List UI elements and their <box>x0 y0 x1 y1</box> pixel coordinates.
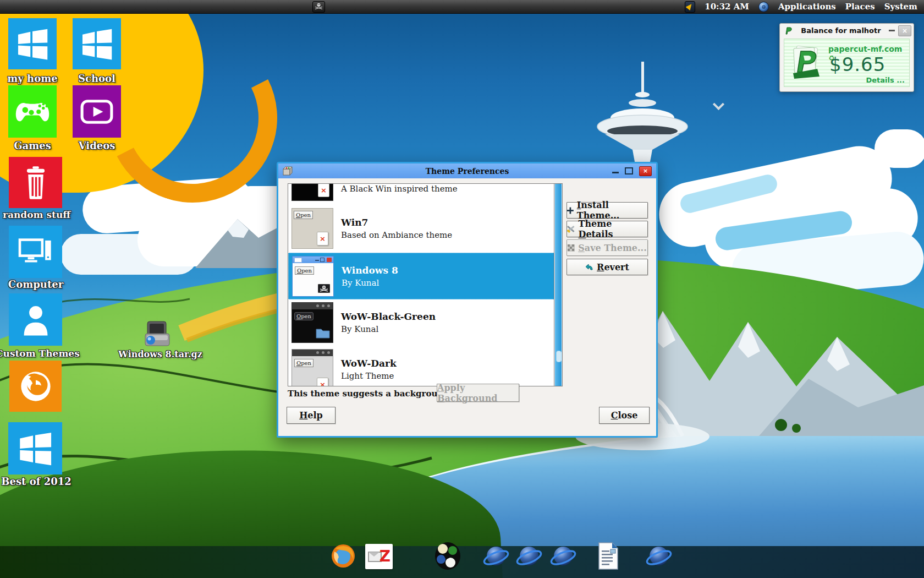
balance-widget-body: papercut-mf.com ♻ $9.65 Details ... <box>784 39 910 87</box>
theme-details-button[interactable]: Theme Details <box>566 221 648 237</box>
revert-button[interactable]: Revert <box>566 259 648 275</box>
suggest-background-text: This theme suggests a background: <box>288 389 452 399</box>
menu-applications[interactable]: Applications <box>778 2 836 12</box>
tile-label-my-home: my home <box>0 73 65 84</box>
theme-title: Windows 8 <box>342 265 398 276</box>
help-button[interactable]: Help <box>287 407 336 424</box>
close-button[interactable]: Close <box>599 407 650 424</box>
theme-list: × A Black Win inspired theme Open × <box>288 183 563 386</box>
list-item[interactable]: Open WoW-Black-Green By Kunal <box>288 299 554 346</box>
tile-label-random-stuff: random stuff <box>3 209 69 220</box>
install-theme-button[interactable]: Install Theme... <box>566 202 648 219</box>
tasklist-pirate-icon[interactable] <box>312 1 325 13</box>
apply-background-button[interactable]: Apply Background <box>437 384 519 402</box>
tile-videos[interactable] <box>73 85 121 138</box>
theme-title: WoW-Black-Green <box>341 311 436 322</box>
top-panel: 10:32 AM Applications Places System <box>0 0 924 14</box>
dock-swirl-app-icon[interactable] <box>434 542 461 572</box>
cloud-shape <box>61 234 198 275</box>
list-item[interactable]: × A Black Win inspired theme <box>288 184 554 204</box>
details-link[interactable]: Details ... <box>866 76 905 84</box>
archive-file-icon[interactable] <box>142 319 175 351</box>
revert-arrow-icon <box>585 264 593 271</box>
dialog-title: Theme Preferences <box>278 167 656 176</box>
dialog-body: × A Black Win inspired theme Open × <box>278 178 656 436</box>
windows-logo-icon <box>80 27 114 61</box>
theme-subtitle: Light Theme <box>341 371 397 381</box>
windows-logo-icon <box>15 27 50 61</box>
firefox-icon <box>16 367 56 406</box>
balance-widget-title: Balance for malhotr <box>793 26 889 35</box>
balance-widget-titlebar[interactable]: Balance for malhotr × <box>780 24 914 37</box>
tools-icon <box>567 225 575 233</box>
trash-icon <box>20 166 52 200</box>
tile-firefox[interactable] <box>9 361 62 412</box>
open-button-preview: Open <box>295 266 314 275</box>
tile-best-of-2012[interactable] <box>8 422 62 475</box>
theme-subtitle: By Kunal <box>341 324 436 334</box>
dock-web-browser-icon[interactable] <box>515 544 543 571</box>
windows-logo-icon <box>17 430 53 467</box>
save-theme-button[interactable]: Save Theme... <box>566 239 648 256</box>
theme-title: WoW-Dark <box>341 358 397 369</box>
dock-web-browser-icon[interactable] <box>482 544 510 571</box>
tile-label-computer: Computer <box>3 279 69 290</box>
menu-places[interactable]: Places <box>845 2 875 12</box>
dock-firefox-icon[interactable] <box>330 543 356 571</box>
tile-my-home[interactable] <box>8 18 57 69</box>
list-scrollbar[interactable] <box>554 184 562 386</box>
cloud-shape <box>875 129 924 168</box>
list-item-selected[interactable]: Open Windows 8 By Kunal <box>288 253 554 299</box>
dock-zimbra-mail-icon[interactable]: Z <box>365 544 393 569</box>
menu-system[interactable]: System <box>884 2 917 12</box>
theme-title: Win7 <box>341 217 452 228</box>
theme-subtitle: A Black Win inspired theme <box>341 184 458 194</box>
theme-thumbnail: Open <box>292 256 334 297</box>
tile-random-stuff[interactable] <box>9 157 62 208</box>
tile-custom-themes[interactable] <box>9 293 62 346</box>
panel-clock[interactable]: 10:32 AM <box>705 2 749 12</box>
list-item[interactable]: Open × WoW-Dark Light Theme <box>288 346 554 386</box>
archive-file-label: Windows 8.tar.gz <box>118 349 199 359</box>
close-icon[interactable]: × <box>898 25 911 36</box>
maximize-icon[interactable] <box>625 167 633 175</box>
play-video-icon <box>79 97 114 126</box>
scrollbar-thumb[interactable] <box>555 184 562 386</box>
papercut-p-icon <box>784 26 793 35</box>
minimize-icon[interactable] <box>889 30 895 31</box>
tile-label-games: Games <box>0 140 65 151</box>
balance-amount: $9.65 <box>829 53 886 75</box>
theme-subtitle: By Kunal <box>342 278 398 288</box>
papercut-logo <box>790 45 824 81</box>
tile-label-school: School <box>64 73 129 84</box>
open-button-preview: Open <box>294 312 314 320</box>
game-controller-icon <box>14 97 51 126</box>
minimize-icon[interactable] <box>612 172 619 173</box>
theme-thumbnail: × <box>292 184 333 201</box>
collapse-chevron-icon[interactable] <box>714 100 723 108</box>
clock-icon <box>685 1 695 13</box>
person-icon <box>19 303 52 337</box>
balance-widget: Balance for malhotr × papercut-mf.com ♻ … <box>779 23 914 92</box>
theme-subtitle: Based on Ambiance theme <box>341 230 452 240</box>
wallpaper-bottom-band <box>0 546 924 578</box>
dock-text-document-icon[interactable] <box>597 542 620 572</box>
save-icon <box>568 244 575 252</box>
dock-web-browser-icon[interactable] <box>645 544 673 571</box>
menu-orb-icon <box>758 2 769 12</box>
tile-label-custom-themes: Custom Themes <box>0 348 75 359</box>
tile-computer[interactable] <box>9 226 62 278</box>
close-icon[interactable]: × <box>639 166 652 176</box>
theme-preferences-window: Theme Preferences × × A Black Win ins <box>277 162 658 438</box>
dialog-titlebar[interactable]: Theme Preferences × <box>278 163 656 178</box>
folder-mini-icon <box>315 327 331 339</box>
list-item[interactable]: Open × Win7 Based on Ambiance theme <box>288 204 554 253</box>
open-button-preview: Open <box>294 211 313 219</box>
dock-web-browser-icon[interactable] <box>549 544 577 571</box>
theme-thumbnail: Open <box>292 302 333 343</box>
desktop-screen: my home School Games Videos random stuff <box>0 0 924 578</box>
plus-icon <box>567 207 574 214</box>
theme-thumbnail: Open × <box>292 208 333 249</box>
tile-games[interactable] <box>8 85 57 138</box>
tile-school[interactable] <box>73 18 121 69</box>
